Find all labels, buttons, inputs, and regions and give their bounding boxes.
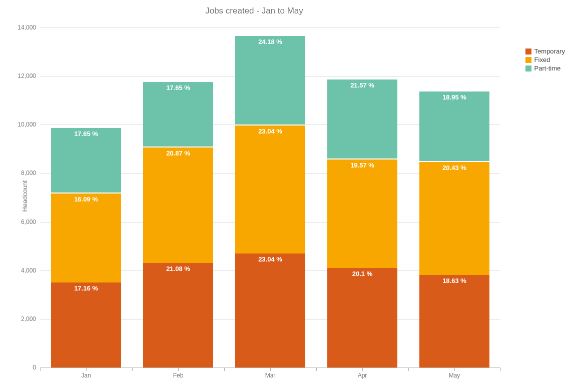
y-tick-label: 14,000	[18, 24, 36, 31]
bar-segment-part-time[interactable]: 24.18 %	[235, 35, 305, 125]
x-tick	[132, 368, 133, 371]
legend-item-fixed: Fixed	[525, 56, 565, 64]
bar-segment-label: 18.95 %	[419, 94, 489, 101]
x-tick-label: Mar	[265, 372, 276, 379]
x-tick	[224, 368, 225, 371]
y-tick-label: 6,000	[21, 218, 36, 226]
bar-segment-fixed[interactable]: 20.87 %	[143, 146, 213, 263]
x-tick-label: Apr	[358, 372, 367, 379]
x-tick	[500, 368, 501, 371]
bar-segment-fixed[interactable]: 23.04 %	[235, 124, 305, 253]
bar-segment-part-time[interactable]: 17.65 %	[51, 127, 121, 192]
y-tick-label: 2,000	[21, 316, 36, 322]
bar-segment-label: 17.65 %	[143, 84, 213, 92]
bar-segment-temporary[interactable]: 21.08 %	[143, 263, 213, 368]
x-tick	[454, 368, 455, 371]
legend-item-parttime: Part-time	[525, 64, 565, 72]
legend-item-temporary: Temporary	[525, 48, 565, 55]
x-tick	[362, 368, 363, 371]
legend-swatch-temporary	[525, 48, 531, 54]
bar-segment-label: 20.43 %	[419, 164, 489, 172]
bar-segment-label: 21.08 %	[143, 265, 213, 272]
bar-segment-fixed[interactable]: 16.09 %	[51, 192, 121, 282]
bar-segment-label: 21.57 %	[327, 82, 397, 89]
bar-segment-temporary[interactable]: 18.63 %	[419, 275, 489, 368]
y-tick-label: 8,000	[21, 170, 36, 176]
x-tick	[270, 368, 271, 371]
y-tick-label: 10,000	[18, 121, 36, 128]
x-tick	[316, 368, 317, 371]
y-tick-label: 12,000	[18, 72, 36, 80]
bar-segment-part-time[interactable]: 17.65 %	[143, 81, 213, 146]
legend-swatch-fixed	[525, 57, 531, 63]
x-tick	[86, 368, 87, 371]
x-tick-label: Feb	[173, 372, 184, 379]
bar-segment-label: 18.63 %	[419, 277, 489, 284]
legend-label-fixed: Fixed	[534, 56, 550, 64]
bar-segment-fixed[interactable]: 19.57 %	[327, 158, 397, 268]
x-tick-label: May	[449, 372, 460, 379]
x-tick-label: Jan	[81, 372, 91, 379]
bar-segment-label: 20.1 %	[327, 270, 397, 278]
bars-layer: 17.16 %16.09 %17.65 %21.08 %20.87 %17.65…	[40, 28, 500, 368]
stacked-bar-chart: Jobs created - Jan to May Temporary Fixe…	[0, 0, 571, 392]
legend-label-temporary: Temporary	[534, 48, 565, 55]
x-tick	[408, 368, 409, 371]
plot-area: 02,0004,0006,0008,00010,00012,00014,0001…	[40, 28, 500, 368]
bar-segment-label: 17.16 %	[51, 284, 121, 292]
bar-segment-label: 16.09 %	[51, 196, 121, 203]
x-tick	[40, 368, 41, 371]
y-tick-label: 0	[33, 364, 36, 371]
chart-title: Jobs created - Jan to May	[0, 6, 508, 16]
y-tick-label: 4,000	[21, 267, 36, 274]
legend-swatch-parttime	[525, 66, 531, 72]
bar-segment-label: 23.04 %	[235, 256, 305, 263]
bar-segment-temporary[interactable]: 17.16 %	[51, 282, 121, 368]
bar-segment-label: 19.57 %	[327, 162, 397, 169]
legend: Temporary Fixed Part-time	[525, 48, 565, 73]
x-tick	[178, 368, 179, 371]
legend-label-parttime: Part-time	[534, 64, 561, 72]
bar-segment-temporary[interactable]: 23.04 %	[235, 254, 305, 368]
bar-segment-label: 24.18 %	[235, 38, 305, 46]
bar-segment-label: 20.87 %	[143, 150, 213, 157]
bar-segment-part-time[interactable]: 18.95 %	[419, 90, 489, 161]
x-axis: JanFebMarAprMay	[40, 368, 500, 368]
bar-segment-part-time[interactable]: 21.57 %	[327, 78, 397, 158]
bar-segment-temporary[interactable]: 20.1 %	[327, 268, 397, 368]
bar-segment-label: 23.04 %	[235, 128, 305, 135]
y-axis-label: Headcount	[21, 180, 29, 212]
bar-segment-label: 17.65 %	[51, 130, 121, 138]
bar-segment-fixed[interactable]: 20.43 %	[419, 161, 489, 275]
